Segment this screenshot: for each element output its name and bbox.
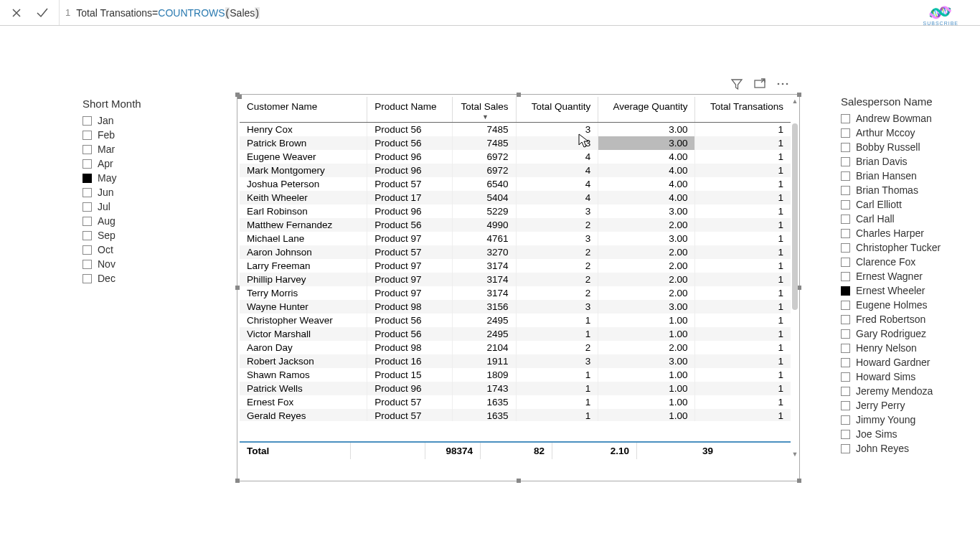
column-header[interactable]: Total Transations (695, 97, 791, 123)
data-table-visual[interactable]: Customer NameProduct NameTotal Sales▼Tot… (237, 94, 800, 481)
table-cell[interactable]: 3 (516, 300, 598, 314)
slicer-item[interactable]: Henry Nelson (841, 342, 970, 354)
checkbox-icon[interactable] (83, 116, 92, 126)
table-row[interactable]: Wayne HunterProduct 98315633.001 (240, 300, 791, 314)
checkbox-icon[interactable] (841, 315, 850, 324)
table-row[interactable]: Aaron JohnsonProduct 57327022.001 (240, 245, 791, 259)
checkbox-icon[interactable] (841, 114, 850, 123)
table-cell[interactable]: Terry Morris (240, 286, 367, 300)
table-cell[interactable]: 1 (695, 177, 791, 191)
table-cell[interactable]: Product 57 (367, 245, 453, 259)
resize-handle[interactable] (797, 93, 801, 97)
checkbox-icon[interactable] (841, 258, 850, 267)
table-cell[interactable]: Joshua Peterson (240, 177, 367, 191)
table-cell[interactable]: 2495 (453, 314, 516, 327)
checkbox-icon[interactable] (83, 217, 92, 226)
slicer-item[interactable]: Fred Robertson (841, 313, 970, 326)
table-cell[interactable]: 1 (695, 232, 791, 245)
checkbox-icon[interactable] (841, 186, 850, 195)
checkbox-icon[interactable] (83, 202, 92, 212)
slicer-item[interactable]: Howard Gardner (841, 356, 970, 369)
table-cell[interactable]: 1 (695, 354, 791, 368)
table-cell[interactable]: 1 (516, 368, 598, 382)
table-cell[interactable]: Aaron Day (240, 341, 367, 354)
table-cell[interactable]: Product 96 (367, 164, 453, 177)
table-cell[interactable]: 1 (695, 123, 791, 137)
table-cell[interactable]: 5404 (453, 191, 516, 204)
slicer-item[interactable]: May (83, 171, 204, 184)
resize-handle[interactable] (235, 93, 240, 97)
checkbox-icon[interactable] (841, 171, 850, 181)
table-cell[interactable]: 4 (516, 164, 598, 177)
table-cell[interactable]: 1.00 (598, 314, 695, 327)
slicer-item[interactable]: Christopher Tucker (841, 241, 970, 254)
table-cell[interactable]: 7485 (453, 123, 516, 137)
checkbox-icon[interactable] (841, 329, 850, 339)
checkbox-icon[interactable] (841, 286, 850, 296)
slicer-item[interactable]: Howard Sims (841, 370, 970, 383)
table-row[interactable]: Patrick WellsProduct 96174311.001 (240, 382, 791, 395)
table-cell[interactable]: 1 (695, 395, 791, 409)
checkbox-icon[interactable] (841, 143, 850, 152)
table-cell[interactable]: 3 (516, 232, 598, 245)
table-cell[interactable]: 2.00 (598, 218, 695, 232)
table-cell[interactable]: 3174 (453, 259, 516, 273)
table-cell[interactable]: 2 (516, 245, 598, 259)
table-cell[interactable]: Victor Marshall (240, 327, 367, 341)
filter-icon[interactable] (730, 77, 743, 90)
slicer-item[interactable]: Joe Sims (841, 428, 970, 441)
slicer-item[interactable]: Brian Hansen (841, 169, 970, 182)
table-cell[interactable]: Earl Robinson (240, 204, 367, 218)
table-row[interactable]: Victor MarshallProduct 56249511.001 (240, 327, 791, 341)
checkbox-icon[interactable] (83, 131, 92, 140)
table-cell[interactable]: 1 (516, 327, 598, 341)
table-cell[interactable]: 1 (695, 286, 791, 300)
table-cell[interactable]: 5229 (453, 204, 516, 218)
checkbox-icon[interactable] (841, 372, 850, 382)
slicer-item[interactable]: Oct (83, 243, 204, 256)
table-cell[interactable]: 1635 (453, 409, 516, 421)
table-cell[interactable]: Product 98 (367, 300, 453, 314)
slicer-item[interactable]: Bobby Russell (841, 141, 970, 154)
table-row[interactable]: Matthew FernandezProduct 56499022.001 (240, 218, 791, 232)
table-row[interactable]: Keith WheelerProduct 17540444.001 (240, 191, 791, 204)
table-cell[interactable]: Product 96 (367, 382, 453, 395)
checkbox-icon[interactable] (841, 243, 850, 253)
table-cell[interactable]: Wayne Hunter (240, 300, 367, 314)
table-cell[interactable]: 1 (695, 300, 791, 314)
table-cell[interactable]: 4 (516, 177, 598, 191)
table-cell[interactable]: 3 (516, 204, 598, 218)
table-cell[interactable]: 2 (516, 341, 598, 354)
table-cell[interactable]: Henry Cox (240, 123, 367, 137)
table-row[interactable]: Ernest FoxProduct 57163511.001 (240, 395, 791, 409)
table-cell[interactable]: 2 (516, 218, 598, 232)
slicer-item[interactable]: Charles Harper (841, 227, 970, 240)
table-cell[interactable]: 2.00 (598, 286, 695, 300)
table-cell[interactable]: 4 (516, 150, 598, 164)
checkbox-icon[interactable] (841, 200, 850, 209)
slicer-item[interactable]: Sep (83, 229, 204, 242)
table-cell[interactable]: 1.00 (598, 382, 695, 395)
table-cell[interactable]: 3156 (453, 300, 516, 314)
table-cell[interactable]: 2.00 (598, 273, 695, 286)
resize-handle[interactable] (797, 479, 801, 483)
slicer-item[interactable]: Arthur Mccoy (841, 126, 970, 139)
focus-mode-icon[interactable] (753, 77, 766, 90)
table-cell[interactable]: 4990 (453, 218, 516, 232)
table-cell[interactable]: Product 17 (367, 191, 453, 204)
slicer-item[interactable]: Dec (83, 272, 204, 285)
slicer-item[interactable]: Carl Elliott (841, 198, 970, 211)
table-cell[interactable]: 3270 (453, 245, 516, 259)
table-cell[interactable]: Product 57 (367, 177, 453, 191)
table-cell[interactable]: 7485 (453, 136, 516, 150)
table-cell[interactable]: 6972 (453, 164, 516, 177)
table-cell[interactable]: 1 (516, 314, 598, 327)
table-row[interactable]: Christopher WeaverProduct 56249511.001 (240, 314, 791, 327)
table-cell[interactable]: Product 57 (367, 409, 453, 421)
checkbox-icon[interactable] (841, 272, 850, 281)
table-cell[interactable]: 1 (695, 314, 791, 327)
table-cell[interactable]: Product 57 (367, 395, 453, 409)
table-cell[interactable]: 6972 (453, 150, 516, 164)
table-cell[interactable]: Product 16 (367, 354, 453, 368)
table-cell[interactable]: 3174 (453, 273, 516, 286)
